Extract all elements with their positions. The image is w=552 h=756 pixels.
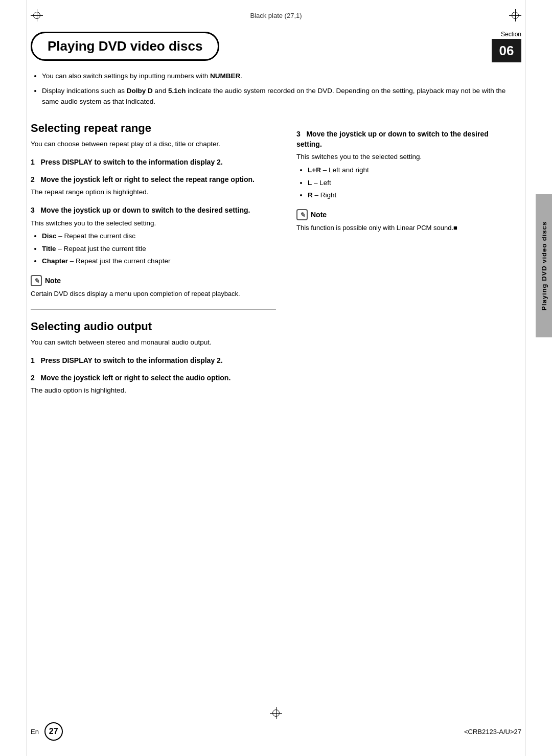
- bottom-info: En 27 <CRB2123-A/U>27: [0, 722, 552, 741]
- repeat-note: ✎ Note Certain DVD discs display a menu …: [31, 275, 276, 299]
- right-margin-line: [525, 0, 525, 756]
- right-note-title: Note: [311, 211, 327, 219]
- list-item: Chapter – Repeat just the current chapte…: [42, 256, 276, 267]
- top-bar: Black plate (27,1): [0, 0, 552, 27]
- plate-text: Black plate (27,1): [250, 12, 302, 19]
- reg-mark-bottom: [270, 707, 282, 719]
- repeat-step3-body: This switches you to the selected settin…: [31, 218, 276, 229]
- right-step3-bullets: L+R – Left and right L – Left R – Right: [296, 165, 511, 201]
- page-title-box: Playing DVD video discs: [31, 32, 219, 61]
- divider: [31, 309, 276, 310]
- list-item: Title – Repeat just the current title: [42, 243, 276, 255]
- repeat-step2-body: The repeat range option is highlighted.: [31, 187, 276, 198]
- left-margin-line: [27, 0, 27, 756]
- repeat-step1-heading: 1 Press DISPLAY to switch to the informa…: [31, 157, 276, 167]
- list-item: Disc – Repeat the current disc: [42, 231, 276, 242]
- list-item: L+R – Left and right: [308, 165, 511, 176]
- right-note: ✎ Note This function is possible only wi…: [296, 209, 511, 233]
- col-right: 3 Move the joystick up or down to switch…: [296, 122, 511, 398]
- side-tab: Playing DVD video discs: [536, 194, 552, 337]
- repeat-step2-heading: 2 Move the joystick left or right to sel…: [31, 174, 276, 185]
- main-content: Playing DVD video discs You can also swi…: [0, 32, 552, 398]
- col-left: Selecting repeat range You can choose be…: [31, 122, 276, 398]
- audio-step1-heading: 1 Press DISPLAY to switch to the informa…: [31, 355, 276, 365]
- section-number: 06: [492, 39, 521, 62]
- crb-code: <CRB2123-A/U>27: [464, 728, 521, 736]
- audio-step2-heading: 2 Move the joystick left or right to sel…: [31, 373, 276, 383]
- reg-mark-top-right: [509, 9, 521, 21]
- audio-output-heading: Selecting audio output: [31, 320, 276, 333]
- right-step3-heading: 3 Move the joystick up or down to switch…: [296, 129, 511, 150]
- intro-bullet-1: You can also switch settings by inputtin…: [42, 71, 521, 82]
- page-lang: En 27: [31, 722, 63, 741]
- list-item: L – Left: [308, 177, 511, 189]
- intro-bullet-2: Display indications such as Dolby D and …: [42, 86, 521, 107]
- list-item: R – Right: [308, 190, 511, 201]
- reg-mark-top-left: [31, 9, 43, 21]
- repeat-step3-heading: 3 Move the joystick up or down to switch…: [31, 205, 276, 215]
- page-number: 27: [44, 722, 63, 741]
- section-label: Section: [501, 31, 521, 38]
- right-note-text: This function is possible only with Line…: [296, 223, 511, 233]
- right-note-icon: ✎: [296, 209, 308, 220]
- section-area: Section 06: [492, 31, 521, 62]
- page-title: Playing DVD video discs: [48, 38, 202, 54]
- right-note-header: ✎ Note: [296, 209, 511, 220]
- note-title: Note: [45, 277, 61, 285]
- note-icon: ✎: [31, 275, 42, 286]
- side-tab-text: Playing DVD video discs: [540, 221, 548, 311]
- note-header: ✎ Note: [31, 275, 276, 286]
- audio-step2-body: The audio option is highlighted.: [31, 385, 276, 396]
- repeat-range-heading: Selecting repeat range: [31, 122, 276, 135]
- right-step3-body: This switches you to the selected settin…: [296, 152, 511, 163]
- repeat-step3-bullets: Disc – Repeat the current disc Title – R…: [31, 231, 276, 267]
- intro-bullets: You can also switch settings by inputtin…: [31, 71, 521, 107]
- two-col-layout: Selecting repeat range You can choose be…: [31, 122, 521, 398]
- page: Black plate (27,1) Section 06 Playing DV…: [0, 0, 552, 756]
- note-text: Certain DVD discs display a menu upon co…: [31, 289, 276, 299]
- bottom-bar: En 27 <CRB2123-A/U>27: [0, 707, 552, 741]
- repeat-range-intro: You can choose between repeat play of a …: [31, 139, 276, 150]
- audio-output-intro: You can switch between stereo and monaur…: [31, 337, 276, 348]
